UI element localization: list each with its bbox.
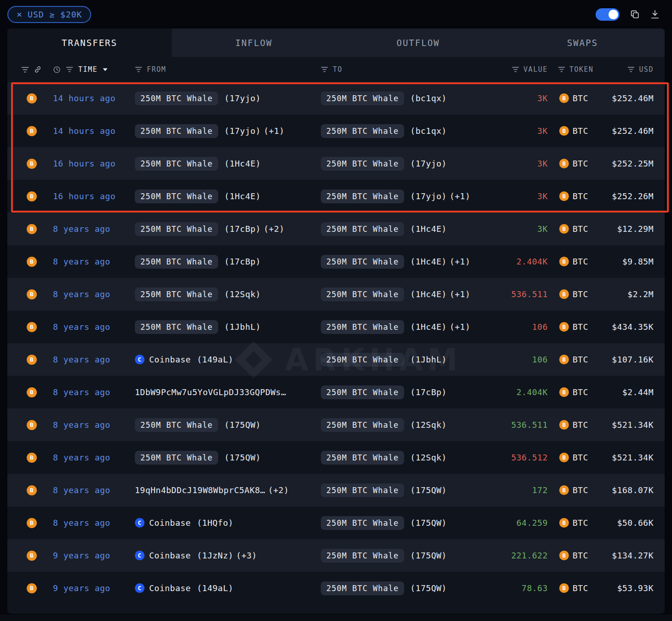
row-time[interactable]: 9 years ago — [53, 551, 135, 560]
row-from[interactable]: 250M BTC WhaleC(175QW) — [135, 451, 321, 465]
table-row[interactable]: B8 years ago250M BTC WhaleC(17cBp)(+2)25… — [7, 213, 665, 245]
entity-chip[interactable]: 250M BTC Whale — [321, 549, 404, 563]
row-from[interactable]: CCoinbase(1JzNz)(+3) — [135, 551, 321, 560]
entity-chip[interactable]: 250M BTC Whale — [321, 516, 404, 530]
row-from[interactable]: 250M BTC WhaleC(17cBp) — [135, 255, 321, 269]
row-to[interactable]: 250M BTC WhaleC(175QW) — [321, 549, 509, 563]
row-time[interactable]: 8 years ago — [53, 518, 135, 528]
column-header-time[interactable]: TIME — [78, 65, 98, 74]
entity-chip[interactable]: 250M BTC Whale — [135, 320, 218, 334]
row-from[interactable]: 250M BTC WhaleC(17yjo) — [135, 92, 321, 105]
table-row[interactable]: B8 years agoCCoinbase(149aL)250M BTC Wha… — [7, 343, 665, 376]
table-row[interactable]: B9 years agoCCoinbase(149aL)250M BTC Wha… — [7, 572, 665, 604]
row-time[interactable]: 14 hours ago — [53, 126, 135, 136]
tab-inflow[interactable]: INFLOW — [172, 29, 336, 57]
column-header-token[interactable]: TOKEN — [569, 65, 594, 74]
row-from[interactable]: 250M BTC WhaleC(1JbhL) — [135, 320, 321, 334]
column-header-usd[interactable]: USD — [639, 65, 654, 74]
row-time[interactable]: 8 years ago — [53, 453, 135, 462]
table-row[interactable]: B8 years ago250M BTC WhaleC(175QW)250M B… — [7, 441, 665, 474]
exchange-entity[interactable]: CCoinbase — [135, 583, 191, 593]
entity-chip[interactable]: 250M BTC Whale — [321, 581, 404, 595]
entity-chip[interactable]: 250M BTC Whale — [135, 222, 218, 236]
table-row[interactable]: B8 years ago250M BTC WhaleC(17cBp)250M B… — [7, 245, 665, 278]
row-to[interactable]: 250M BTC WhaleC(17yjo)(+1) — [321, 190, 509, 203]
table-row[interactable]: B9 years agoCCoinbase(1JzNz)(+3)250M BTC… — [7, 539, 665, 572]
tab-outflow[interactable]: OUTFLOW — [336, 29, 500, 57]
entity-chip[interactable]: 250M BTC Whale — [321, 451, 404, 465]
row-from[interactable]: 250M BTC WhaleC(1Hc4E) — [135, 157, 321, 171]
entity-chip[interactable]: 250M BTC Whale — [135, 288, 218, 301]
row-to[interactable]: 250M BTC WhaleC(12Sqk) — [321, 451, 509, 465]
sort-caret-icon[interactable] — [103, 68, 108, 71]
row-to[interactable]: 250M BTC WhaleC(1Hc4E)(+1) — [321, 255, 509, 269]
table-row[interactable]: B14 hours ago250M BTC WhaleC(17yjo)250M … — [7, 82, 665, 115]
row-from[interactable]: CCoinbase(1HQfo) — [135, 518, 321, 528]
column-header-to[interactable]: TO — [333, 65, 342, 74]
tab-swaps[interactable]: SWAPS — [500, 29, 665, 57]
row-time[interactable]: 8 years ago — [53, 420, 135, 430]
row-to[interactable]: 250M BTC WhaleC(17cBp) — [321, 385, 509, 399]
entity-chip[interactable]: 250M BTC Whale — [135, 124, 218, 138]
row-to[interactable]: 250M BTC WhaleC(12Sqk) — [321, 418, 509, 432]
row-time[interactable]: 8 years ago — [53, 387, 135, 397]
exchange-entity[interactable]: CCoinbase — [135, 551, 191, 560]
entity-chip[interactable]: 250M BTC Whale — [321, 385, 404, 399]
row-time[interactable]: 8 years ago — [53, 224, 135, 234]
entity-chip[interactable]: 250M BTC Whale — [321, 157, 404, 171]
entity-chip[interactable]: 250M BTC Whale — [321, 418, 404, 432]
row-to[interactable]: 250M BTC WhaleC(175QW) — [321, 516, 509, 530]
download-icon[interactable] — [650, 9, 660, 19]
table-row[interactable]: B14 hours ago250M BTC WhaleC(17yjo)(+1)2… — [7, 115, 665, 147]
row-to[interactable]: 250M BTC WhaleC(1Hc4E) — [321, 222, 509, 236]
table-row[interactable]: B8 years agoCCoinbase(1HQfo)250M BTC Wha… — [7, 506, 665, 539]
exchange-entity[interactable]: CCoinbase — [135, 518, 191, 528]
row-from[interactable]: C1DbW9PcMw7u5YoVGLpDJ33GQPDWs… — [135, 387, 321, 397]
row-from[interactable]: 250M BTC WhaleC(17yjo)(+1) — [135, 124, 321, 138]
row-from[interactable]: C19qHn4bDDcJ19W8WbprC5AK8…(+2) — [135, 485, 321, 495]
entity-chip[interactable]: 250M BTC Whale — [135, 255, 218, 269]
table-row[interactable]: B8 years ago250M BTC WhaleC(175QW)250M B… — [7, 408, 665, 441]
entity-chip[interactable]: 250M BTC Whale — [135, 157, 218, 171]
row-time[interactable]: 8 years ago — [53, 257, 135, 266]
row-from[interactable]: 250M BTC WhaleC(1Hc4E) — [135, 190, 321, 203]
row-to[interactable]: 250M BTC WhaleC(1JbhL) — [321, 353, 509, 367]
value-filter-icon[interactable] — [512, 66, 519, 73]
entity-chip[interactable]: 250M BTC Whale — [135, 451, 218, 465]
table-row[interactable]: B8 years agoC19qHn4bDDcJ19W8WbprC5AK8…(+… — [7, 474, 665, 506]
entity-chip[interactable]: 250M BTC Whale — [321, 92, 404, 105]
row-to[interactable]: 250M BTC WhaleC(175QW) — [321, 483, 509, 497]
table-row[interactable]: B16 hours ago250M BTC WhaleC(1Hc4E)250M … — [7, 147, 665, 180]
row-time[interactable]: 16 hours ago — [53, 159, 135, 168]
row-time[interactable]: 8 years ago — [53, 355, 135, 364]
raw-address[interactable]: 1DbW9PcMw7u5YoVGLpDJ33GQPDWs… — [135, 387, 286, 397]
row-time[interactable]: 8 years ago — [53, 485, 135, 495]
clock-icon[interactable] — [53, 66, 61, 74]
row-from[interactable]: 250M BTC WhaleC(175QW) — [135, 418, 321, 432]
row-to[interactable]: 250M BTC WhaleC(1Hc4E)(+1) — [321, 320, 509, 334]
usd-filter-icon[interactable] — [627, 66, 635, 73]
entity-chip[interactable]: 250M BTC Whale — [321, 288, 404, 301]
row-time[interactable]: 14 hours ago — [53, 93, 135, 103]
filter-sliders-icon[interactable] — [21, 66, 29, 73]
entity-chip[interactable]: 250M BTC Whale — [135, 92, 218, 105]
usd-filter-chip[interactable]: × USD ≥ $20K — [7, 6, 91, 23]
row-from[interactable]: 250M BTC WhaleC(17cBp)(+2) — [135, 222, 321, 236]
to-filter-icon[interactable] — [321, 66, 328, 73]
row-time[interactable]: 8 years ago — [53, 289, 135, 299]
exchange-entity[interactable]: CCoinbase — [135, 355, 191, 364]
row-time[interactable]: 8 years ago — [53, 322, 135, 332]
row-to[interactable]: 250M BTC WhaleC(175QW) — [321, 581, 509, 595]
table-row[interactable]: B8 years ago250M BTC WhaleC(1JbhL)250M B… — [7, 310, 665, 343]
entity-chip[interactable]: 250M BTC Whale — [321, 353, 404, 367]
row-from[interactable]: CCoinbase(149aL) — [135, 583, 321, 593]
from-filter-icon[interactable] — [135, 66, 142, 73]
column-header-from[interactable]: FROM — [147, 65, 166, 74]
entity-chip[interactable]: 250M BTC Whale — [135, 418, 218, 432]
entity-chip[interactable]: 250M BTC Whale — [135, 190, 218, 203]
row-time[interactable]: 16 hours ago — [53, 191, 135, 201]
table-row[interactable]: B16 hours ago250M BTC WhaleC(1Hc4E)250M … — [7, 180, 665, 213]
token-filter-icon[interactable] — [558, 66, 565, 73]
row-time[interactable]: 9 years ago — [53, 583, 135, 593]
tab-transfers[interactable]: TRANSFERS — [7, 29, 172, 57]
